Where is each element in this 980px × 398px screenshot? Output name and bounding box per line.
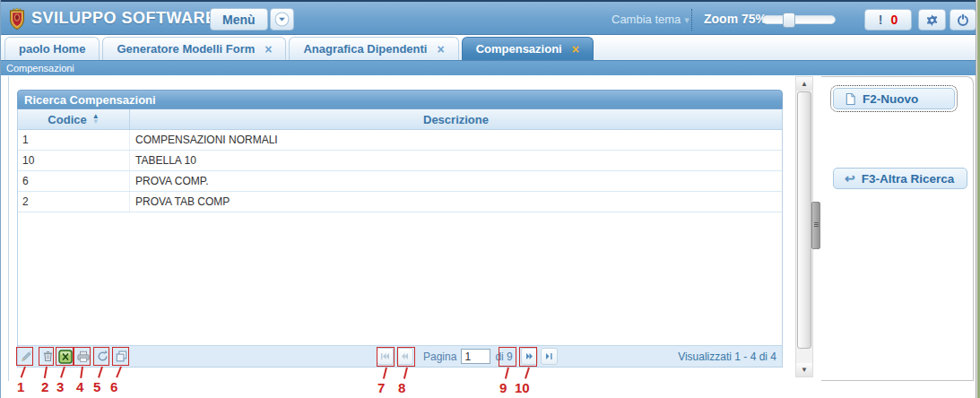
page-label: Pagina <box>423 350 456 363</box>
annotation-box-8 <box>397 347 415 367</box>
application-window: SVILUPPO SOFTWARE Menù Cambia tema▾ Zoom… <box>0 0 980 398</box>
cell-codice: 2 <box>18 192 130 212</box>
annotation-box-3 <box>56 347 74 366</box>
annotation-number-4: 4 <box>76 379 83 394</box>
column-label: Codice <box>48 113 86 126</box>
column-header-descrizione[interactable]: Descrizione <box>130 109 782 129</box>
annotation-line <box>98 367 103 378</box>
annotation-number-5: 5 <box>93 379 100 394</box>
button-label: F2-Nuovo <box>863 92 918 106</box>
records-status: Visualizzati 1 - 4 di 4 <box>678 350 776 363</box>
chevron-down-circle-icon <box>274 12 290 27</box>
close-icon[interactable]: × <box>572 45 579 54</box>
grid-empty-area <box>18 212 782 345</box>
cell-descrizione: COMPENSAZIONI NORMALI <box>130 130 782 150</box>
cell-codice: 10 <box>18 151 130 170</box>
annotation-box-1 <box>16 347 33 366</box>
cell-descrizione: PROVA TAB COMP <box>130 192 782 212</box>
column-label: Descrizione <box>423 113 489 126</box>
tab-label: Anagrafica Dipendenti <box>303 42 427 56</box>
new-document-icon <box>845 92 856 106</box>
search-results-panel: Ricerca Compensazioni Codice ▲ ▼ Descriz… <box>17 90 783 368</box>
power-icon <box>956 13 970 27</box>
annotation-box-7 <box>377 347 395 367</box>
f2-nuovo-button[interactable]: F2-Nuovo <box>833 88 955 109</box>
tab-generatore-modelli-form[interactable]: Generatore Modelli Form × <box>102 37 286 60</box>
menu-button[interactable]: Menù <box>210 8 268 30</box>
annotation-line <box>525 368 530 379</box>
annotation-line <box>505 368 509 379</box>
grid-header-row: Codice ▲ ▼ Descrizione <box>18 109 782 130</box>
scroll-down-arrow-icon[interactable]: ▼ <box>796 363 812 376</box>
annotation-box-6 <box>112 347 129 366</box>
alerts-button[interactable]: ! 0 <box>864 9 912 30</box>
actions-sidebar: F2-Nuovo ↩ F3-Altra Ricerca <box>821 76 974 381</box>
gear-icon <box>925 13 939 27</box>
table-row[interactable]: 6 PROVA COMP. <box>18 171 782 192</box>
app-header: SVILUPPO SOFTWARE Menù Cambia tema▾ Zoom… <box>1 0 978 35</box>
annotation-box-4 <box>74 347 91 366</box>
settings-button[interactable] <box>918 9 946 30</box>
column-header-codice[interactable]: Codice ▲ ▼ <box>18 109 130 129</box>
zoom-slider[interactable] <box>762 15 836 24</box>
sort-desc-icon: ▼ <box>92 119 100 125</box>
header-divider <box>691 9 692 30</box>
tab-label: Compensazioni <box>476 42 562 56</box>
scrollbar-thumb[interactable] <box>797 91 811 349</box>
scrollbar-grip-icon <box>814 222 819 223</box>
sort-icon: ▲ ▼ <box>92 114 100 125</box>
annotation-number-3: 3 <box>56 379 64 394</box>
annotation-number-2: 2 <box>41 379 48 394</box>
crest-logo-icon <box>8 7 26 31</box>
outer-scrollbar-thumb[interactable] <box>811 202 820 249</box>
results-grid: Codice ▲ ▼ Descrizione 1 COMPENSAZIONI N… <box>17 109 783 368</box>
annotation-number-10: 10 <box>515 380 530 395</box>
annotation-number-6: 6 <box>110 379 117 394</box>
close-icon[interactable]: × <box>265 45 272 54</box>
tab-anagrafica-dipendenti[interactable]: Anagrafica Dipendenti × <box>289 37 458 60</box>
annotation-box-5 <box>93 347 109 366</box>
cell-codice: 1 <box>18 130 130 150</box>
annotation-box-10 <box>519 347 537 367</box>
cell-descrizione: TABELLA 10 <box>130 151 782 170</box>
f3-altra-ricerca-button[interactable]: ↩ F3-Altra Ricerca <box>833 168 967 189</box>
change-theme-menu[interactable]: Cambia tema▾ <box>611 13 689 26</box>
annotation-number-9: 9 <box>499 380 507 395</box>
tab-label: paolo Home <box>19 42 85 56</box>
tab-bar: paolo Home Generatore Modelli Form × Ana… <box>1 37 978 60</box>
page-number-input[interactable] <box>461 349 490 364</box>
alert-count-badge: 0 <box>890 13 898 27</box>
table-row[interactable]: 2 PROVA TAB COMP <box>18 192 782 212</box>
annotation-box-9 <box>499 347 516 367</box>
breadcrumb: Compensazioni <box>1 60 978 75</box>
annotation-line <box>383 368 387 379</box>
table-row[interactable]: 10 TABELLA 10 <box>18 151 782 171</box>
undo-arrow-icon: ↩ <box>845 171 855 186</box>
menu-dropdown-button[interactable] <box>270 8 294 30</box>
vertical-scrollbar[interactable]: ▲ ▼ <box>795 76 813 377</box>
panel-title: Ricerca Compensazioni <box>17 90 783 109</box>
button-label: F3-Altra Ricerca <box>862 172 955 186</box>
tab-label: Generatore Modelli Form <box>117 42 255 56</box>
alert-exclamation-icon: ! <box>879 13 883 27</box>
annotation-line <box>403 368 408 379</box>
tab-compensazioni[interactable]: Compensazioni × <box>462 37 594 60</box>
close-icon[interactable]: × <box>437 45 444 54</box>
annotation-line <box>80 367 83 378</box>
annotation-number-7: 7 <box>377 380 385 395</box>
scroll-up-arrow-icon[interactable]: ▲ <box>796 77 812 91</box>
cell-descrizione: PROVA COMP. <box>130 171 782 191</box>
zoom-slider-thumb[interactable] <box>783 13 795 28</box>
table-row[interactable]: 1 COMPENSAZIONI NORMALI <box>18 130 782 151</box>
last-page-button[interactable] <box>541 348 558 365</box>
tab-paolo-home[interactable]: paolo Home <box>4 37 100 60</box>
change-theme-label: Cambia tema <box>611 13 681 26</box>
content-left-border <box>8 76 9 381</box>
logout-button[interactable] <box>950 9 976 30</box>
annotation-line <box>60 367 65 378</box>
annotation-line <box>44 367 48 378</box>
app-title: SVILUPPO SOFTWARE <box>31 9 217 28</box>
annotation-number-8: 8 <box>398 380 405 395</box>
chevron-down-icon: ▾ <box>684 14 689 25</box>
cell-codice: 6 <box>18 171 130 191</box>
